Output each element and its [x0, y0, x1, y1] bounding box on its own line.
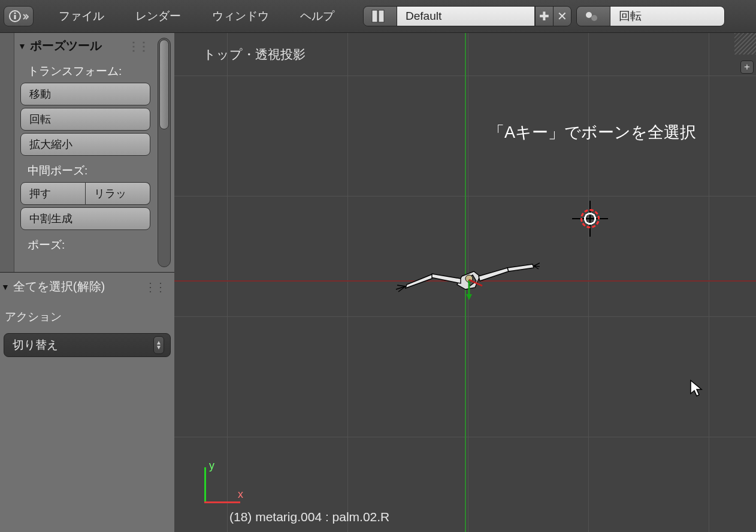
open-properties-button[interactable]: +: [740, 61, 754, 74]
menu-help[interactable]: ヘルプ: [285, 8, 350, 24]
tools-scrollbar[interactable]: [158, 38, 171, 267]
axis-x-label: x: [238, 488, 243, 501]
menu-render[interactable]: レンダー: [120, 8, 196, 24]
tool-shelf: ▼ ポーズツール ⋮⋮ トランスフォーム: 移動 回転 拡大縮小 中間ポーズ: …: [0, 33, 174, 532]
layout-name-field[interactable]: Default: [397, 7, 535, 26]
scene-name-field[interactable]: 回転: [610, 7, 724, 26]
collapse-triangle-icon: ▼: [18, 41, 26, 51]
menu-window[interactable]: ウィンドウ: [196, 8, 285, 24]
top-menu-bar: ファイル レンダー ウィンドウ ヘルプ Default ✚ ✕ 回転: [0, 0, 756, 33]
axis-y-label: y: [209, 460, 214, 472]
pose-section-label: ポーズ:: [14, 232, 174, 256]
transform-section-label: トランスフォーム:: [14, 59, 174, 83]
svg-point-1: [14, 12, 16, 14]
action-select[interactable]: 切り替え ▲▼: [4, 333, 171, 357]
operator-panel-header[interactable]: ▼ 全てを選択(解除) ⋮⋮: [0, 273, 174, 301]
pose-tools-header[interactable]: ▼ ポーズツール ⋮⋮: [14, 33, 174, 59]
3d-viewport[interactable]: トップ・透視投影 「Aキー」でボーンを全選択 (18) metarig.004 …: [174, 33, 756, 532]
scale-button[interactable]: 拡大縮小: [20, 133, 150, 156]
breakdown-button[interactable]: 中割生成: [20, 207, 150, 230]
svg-rect-2: [14, 15, 16, 19]
layout-add-button[interactable]: ✚: [535, 7, 553, 26]
svg-point-5: [586, 12, 592, 18]
layout-remove-button[interactable]: ✕: [553, 7, 571, 26]
push-button[interactable]: 押す: [20, 182, 86, 205]
layout-browse-icon[interactable]: [364, 7, 397, 26]
inbetween-section-label: 中間ポーズ:: [14, 158, 174, 182]
tools-panel: ▼ ポーズツール ⋮⋮ トランスフォーム: 移動 回転 拡大縮小 中間ポーズ: …: [0, 33, 174, 273]
scene-browse-icon[interactable]: [577, 7, 610, 26]
scrollbar-thumb[interactable]: [159, 40, 169, 129]
operator-panel: ▼ 全てを選択(解除) ⋮⋮ アクション 切り替え ▲▼: [0, 273, 174, 532]
grip-icon: ⋮⋮: [128, 39, 148, 53]
grip-icon: ⋮⋮: [144, 280, 165, 294]
svg-point-6: [591, 15, 597, 21]
svg-rect-4: [379, 10, 384, 22]
tutorial-annotation: 「Aキー」でボーンを全選択: [488, 122, 696, 143]
info-editor-icon-button[interactable]: [4, 6, 34, 26]
rotate-button[interactable]: 回転: [20, 108, 150, 131]
action-select-value: 切り替え: [13, 337, 58, 353]
pose-tools-title: ポーズツール: [30, 38, 102, 54]
translate-button[interactable]: 移動: [20, 83, 150, 105]
collapse-triangle-icon: ▼: [1, 282, 10, 292]
tools-tab-strip[interactable]: [0, 33, 14, 272]
select-arrows-icon: ▲▼: [153, 336, 164, 354]
operator-title: 全てを選択(解除): [13, 279, 105, 295]
area-split-corner[interactable]: [734, 33, 756, 55]
relax-button[interactable]: リラッ: [86, 182, 150, 205]
scene-selector[interactable]: 回転: [576, 6, 725, 26]
object-status-label: (18) metarig.004 : palm.02.R: [229, 510, 389, 524]
action-label: アクション: [0, 301, 174, 333]
menu-file[interactable]: ファイル: [43, 8, 120, 24]
screen-layout-selector[interactable]: Default ✚ ✕: [363, 6, 571, 26]
projection-label: トップ・透視投影: [203, 46, 306, 63]
y-axis-line: [465, 33, 466, 532]
svg-rect-3: [372, 10, 377, 22]
